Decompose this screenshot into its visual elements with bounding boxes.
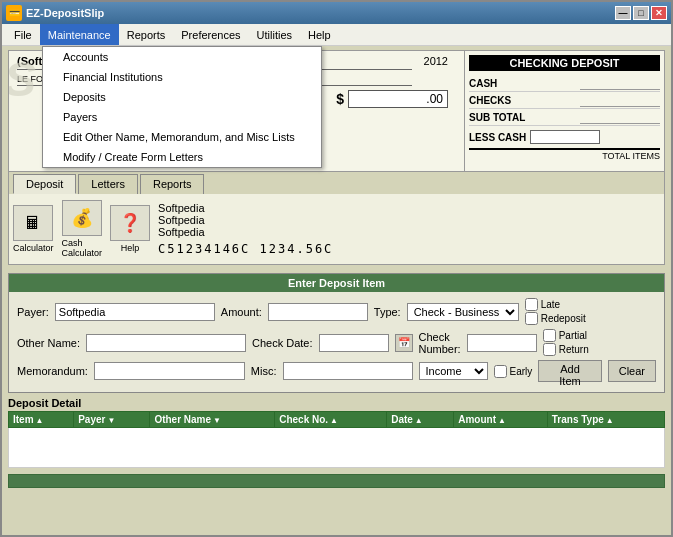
deposit-row-cash: CASH xyxy=(469,75,660,92)
watermark: S xyxy=(9,56,36,104)
early-checkbox[interactable] xyxy=(494,365,507,378)
check-date-label: Check Date: xyxy=(252,337,313,349)
early-checkbox-item: Early xyxy=(494,365,533,378)
partial-checkbox[interactable] xyxy=(543,329,556,342)
title-buttons: — □ ✕ xyxy=(615,6,667,20)
clear-button[interactable]: Clear xyxy=(608,360,656,382)
col-trans-type[interactable]: Trans Type▲ xyxy=(547,412,664,428)
toolbar-icons: 🖩 Calculator 💰 CashCalculator ❓ Help xyxy=(13,198,150,260)
table-row-empty xyxy=(9,428,665,468)
subtotal-value xyxy=(580,110,660,124)
col-date[interactable]: Date▲ xyxy=(387,412,454,428)
calculator-button[interactable]: 🖩 Calculator xyxy=(13,205,54,253)
maximize-button[interactable]: □ xyxy=(633,6,649,20)
add-item-button[interactable]: Add Item xyxy=(538,360,601,382)
late-checkbox-item: Late xyxy=(525,298,586,311)
form-row-2: Other Name: Check Date: 📅 CheckNumber: P… xyxy=(17,329,656,356)
menu-help[interactable]: Help xyxy=(300,24,339,45)
dropdown-accounts[interactable]: Accounts xyxy=(43,47,321,67)
late-label: Late xyxy=(541,299,560,310)
checks-label: CHECKS xyxy=(469,95,511,106)
calendar-button[interactable]: 📅 xyxy=(395,334,413,352)
dropdown-financial-institutions[interactable]: Financial Institutions xyxy=(43,67,321,87)
menu-bar: File Maintenance Reports Preferences Uti… xyxy=(2,24,671,46)
other-name-input[interactable] xyxy=(86,334,246,352)
cash-label: CASH xyxy=(469,78,497,89)
memorandum-input[interactable] xyxy=(94,362,245,380)
deposit-section: Enter Deposit Item Payer: Amount: Type: … xyxy=(8,273,665,393)
menu-maintenance[interactable]: Maintenance xyxy=(40,24,119,45)
tab-letters[interactable]: Letters xyxy=(78,174,138,194)
deposit-box: CHECKING DEPOSIT CASH CHECKS SUB TOTAL xyxy=(464,51,664,171)
income-select[interactable]: Income Expense Transfer xyxy=(419,362,488,380)
dropdown-payers[interactable]: Payers xyxy=(43,107,321,127)
late-checkbox[interactable] xyxy=(525,298,538,311)
cash-calculator-icon: 💰 xyxy=(62,200,102,236)
subtotal-label: SUB TOTAL xyxy=(469,112,525,123)
menu-file[interactable]: File xyxy=(6,24,40,45)
redeposit-label: Redeposit xyxy=(541,313,586,324)
deposit-title: CHECKING DEPOSIT xyxy=(469,55,660,71)
tab-deposit[interactable]: Deposit xyxy=(13,174,76,194)
app-icon: 💳 xyxy=(6,5,22,21)
col-check-no[interactable]: Check No.▲ xyxy=(275,412,387,428)
window-title: EZ-DepositSlip xyxy=(26,7,104,19)
main-window: 💳 EZ-DepositSlip — □ ✕ File Maintenance … xyxy=(0,0,673,537)
tab-reports[interactable]: Reports xyxy=(140,174,205,194)
calculator-label: Calculator xyxy=(13,243,54,253)
total-items-label: TOTAL ITEMS xyxy=(602,151,660,161)
payer-label: Payer: xyxy=(17,306,49,318)
help-label: Help xyxy=(121,243,140,253)
deposit-detail-title: Deposit Detail xyxy=(8,397,665,409)
calculator-icon: 🖩 xyxy=(13,205,53,241)
form-row-3: Memorandum: Misc: Income Expense Transfe… xyxy=(17,360,656,382)
form-row-1: Payer: Amount: Type: Check - Business Ch… xyxy=(17,298,656,325)
checkbox-group-partial: Partial Return xyxy=(543,329,589,356)
check-date-input[interactable] xyxy=(319,334,389,352)
menu-utilities[interactable]: Utilities xyxy=(249,24,300,45)
dropdown-modify-form-letters[interactable]: Modify / Create Form Letters xyxy=(43,147,321,167)
help-button[interactable]: ❓ Help xyxy=(110,205,150,253)
payer-line1: Softpedia xyxy=(158,202,652,214)
amount-input[interactable] xyxy=(268,303,368,321)
partial-label: Partial xyxy=(559,330,587,341)
check-number-label: CheckNumber: xyxy=(419,331,461,355)
checkbox-group-right: Late Redeposit xyxy=(525,298,586,325)
deposit-section-header: Enter Deposit Item xyxy=(9,274,664,292)
return-checkbox[interactable] xyxy=(543,343,556,356)
col-item[interactable]: Item▲ xyxy=(9,412,74,428)
micr-line: C51234146C 1234.56C xyxy=(158,242,652,256)
deposit-form: Payer: Amount: Type: Check - Business Ch… xyxy=(9,292,664,392)
dropdown-edit-other-name[interactable]: Edit Other Name, Memorandum, and Misc Li… xyxy=(43,127,321,147)
check-number-input[interactable] xyxy=(467,334,537,352)
checks-value xyxy=(580,93,660,107)
check-info: Softpedia Softpedia Softpedia C51234146C… xyxy=(150,198,660,260)
col-other-name[interactable]: Other Name▼ xyxy=(150,412,275,428)
misc-input[interactable] xyxy=(283,362,413,380)
minimize-button[interactable]: — xyxy=(615,6,631,20)
redeposit-checkbox-item: Redeposit xyxy=(525,312,586,325)
return-checkbox-item: Return xyxy=(543,343,589,356)
memorandum-label: Memorandum: xyxy=(17,365,88,377)
menu-reports[interactable]: Reports xyxy=(119,24,174,45)
cash-value xyxy=(580,76,660,90)
check-date: 2012 xyxy=(424,55,448,67)
type-select[interactable]: Check - Business Check - Personal Cash O… xyxy=(407,303,519,321)
maintenance-dropdown: Accounts Financial Institutions Deposits… xyxy=(42,46,322,168)
cash-calculator-button[interactable]: 💰 CashCalculator xyxy=(62,200,103,258)
payer-input[interactable] xyxy=(55,303,215,321)
col-amount[interactable]: Amount▲ xyxy=(454,412,548,428)
redeposit-checkbox[interactable] xyxy=(525,312,538,325)
return-label: Return xyxy=(559,344,589,355)
early-label: Early xyxy=(510,366,533,377)
misc-label: Misc: xyxy=(251,365,277,377)
payer-line3: Softpedia xyxy=(158,226,652,238)
check-body: 🖩 Calculator 💰 CashCalculator ❓ Help Sof… xyxy=(9,194,664,264)
col-payer[interactable]: Payer▼ xyxy=(74,412,150,428)
dropdown-deposits[interactable]: Deposits xyxy=(43,87,321,107)
table-header-row: Item▲ Payer▼ Other Name▼ Check No.▲ Date xyxy=(9,412,665,428)
type-label: Type: xyxy=(374,306,401,318)
menu-preferences[interactable]: Preferences xyxy=(173,24,248,45)
deposit-row-checks: CHECKS xyxy=(469,92,660,109)
close-button[interactable]: ✕ xyxy=(651,6,667,20)
